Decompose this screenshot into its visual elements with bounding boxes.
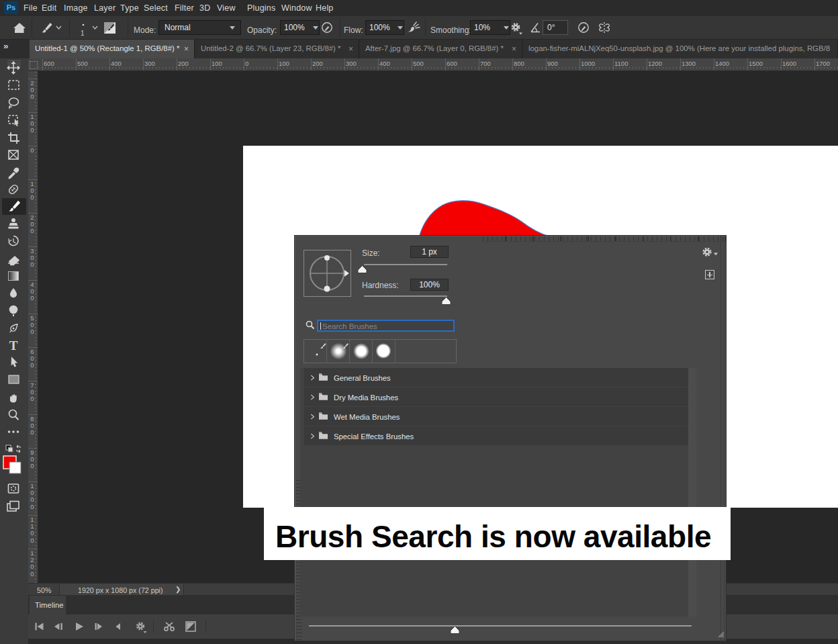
svg-text:T: T [9,338,18,353]
